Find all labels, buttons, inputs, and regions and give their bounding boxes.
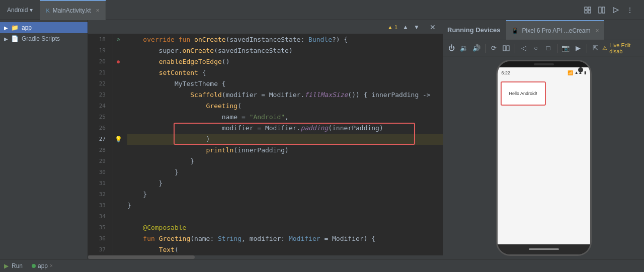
code-line-30: } bbox=[127, 167, 443, 178]
chevron-icon-gradle: ▶ bbox=[4, 36, 8, 42]
svg-rect-7 bbox=[507, 46, 509, 51]
svg-rect-4 bbox=[599, 7, 601, 13]
ln-32: 32 bbox=[88, 189, 109, 200]
nav-down-btn[interactable]: ▼ bbox=[412, 22, 422, 32]
separator-2 bbox=[515, 44, 515, 53]
sidebar-item-gradle[interactable]: ▶ 📄 Gradle Scripts bbox=[0, 33, 88, 44]
code-area[interactable]: 18 19 20 21 22 23 24 25 26 27 28 29 30 3… bbox=[88, 34, 443, 255]
ln-28: 28 bbox=[88, 145, 109, 156]
code-line-24: Greeting( bbox=[127, 101, 443, 112]
nav-up-btn[interactable]: ▲ bbox=[400, 22, 411, 32]
more-icon: ⋮ bbox=[626, 6, 633, 14]
code-scrollbar[interactable] bbox=[88, 255, 443, 259]
run-label: Run bbox=[12, 262, 23, 269]
screenshot-btn[interactable]: 📷 bbox=[560, 42, 571, 54]
ln-20: 20 bbox=[88, 56, 109, 67]
gutter-29 bbox=[113, 156, 123, 167]
gutter-36 bbox=[113, 233, 123, 244]
warning-icon: ▲ bbox=[387, 24, 393, 30]
ln-18: 18 bbox=[88, 34, 109, 45]
gutter-21 bbox=[113, 67, 123, 78]
code-line-36: fun Greeting(name: String, modifier: Mod… bbox=[127, 233, 443, 244]
close-search-btn[interactable]: ✕ bbox=[427, 21, 439, 33]
rotate-btn[interactable]: ⟳ bbox=[489, 42, 500, 54]
live-edit-warning: ⚠ Live Edit disab bbox=[602, 42, 641, 54]
separator-1 bbox=[485, 44, 486, 53]
run-tab[interactable]: ▶ Run bbox=[4, 262, 23, 269]
project-sidebar: ▶ 📁 app ▶ 📄 Gradle Scripts bbox=[0, 20, 88, 259]
phone-frame: 6:22 📶 ▲▲ ▮ Hello Android! bbox=[496, 60, 592, 256]
app-tab[interactable]: app × bbox=[29, 261, 56, 270]
more-options-btn[interactable]: ⋮ bbox=[624, 4, 636, 16]
app-label: app bbox=[38, 262, 48, 269]
home-btn[interactable]: ○ bbox=[530, 42, 541, 54]
running-devices-title: Running Devices bbox=[447, 26, 500, 34]
device-tab-icon: 📱 bbox=[511, 27, 519, 34]
overview-btn[interactable]: □ bbox=[543, 42, 554, 54]
dropdown-chevron: ▾ bbox=[30, 7, 33, 14]
volume-down-btn[interactable]: 🔉 bbox=[459, 42, 470, 54]
phone-screen: Hello Android! bbox=[498, 78, 590, 244]
gutter-28 bbox=[113, 145, 123, 156]
code-line-26: modifier = Modifier.padding(innerPadding… bbox=[127, 123, 443, 134]
sidebar-item-app-label: app bbox=[22, 24, 32, 31]
sidebar-item-gradle-label: Gradle Scripts bbox=[22, 35, 60, 42]
svg-rect-0 bbox=[585, 7, 587, 10]
back-btn[interactable]: ◁ bbox=[518, 42, 529, 54]
gutter-33 bbox=[113, 200, 123, 211]
fold-btn[interactable] bbox=[501, 42, 512, 54]
layout-icon-btn[interactable] bbox=[582, 4, 594, 16]
gutter-31 bbox=[113, 178, 123, 189]
phone-nav-bar bbox=[498, 244, 590, 254]
gutter-37 bbox=[113, 244, 123, 255]
file-tab-close[interactable]: × bbox=[96, 7, 100, 14]
android-label: Android bbox=[7, 7, 28, 14]
gutter-22 bbox=[113, 78, 123, 89]
folder-icon: 📁 bbox=[11, 24, 19, 31]
file-tab-mainactivity[interactable]: K MainActivity.kt × bbox=[40, 0, 106, 20]
extend-btn[interactable]: ⇱ bbox=[590, 42, 601, 54]
code-line-31: } bbox=[127, 178, 443, 189]
gutter-24 bbox=[113, 101, 123, 112]
panel-header: Running Devices 📱 Pixel 6 Pro API ...eCr… bbox=[443, 20, 644, 40]
live-edit-label: Live Edit disab bbox=[609, 42, 641, 54]
phone-time: 6:22 bbox=[502, 70, 511, 75]
volume-up-btn[interactable]: 🔊 bbox=[471, 42, 482, 54]
svg-rect-5 bbox=[602, 7, 605, 13]
sidebar-item-app[interactable]: ▶ 📁 app bbox=[0, 22, 88, 33]
app-close-btn[interactable]: × bbox=[50, 263, 53, 268]
status-bar: ▶ Run app × bbox=[0, 259, 644, 272]
ln-27: 27 bbox=[88, 134, 109, 145]
code-content[interactable]: override fun onCreate(savedInstanceState… bbox=[123, 34, 443, 255]
forward-btn[interactable]: ▶ bbox=[573, 42, 584, 54]
code-line-25: name = "Android", bbox=[127, 112, 443, 123]
ln-30: 30 bbox=[88, 167, 109, 178]
gutter-35 bbox=[113, 222, 123, 233]
battery-icon: ▮ bbox=[584, 70, 586, 75]
device-tab-pixel6[interactable]: 📱 Pixel 6 Pro API ...eCream × bbox=[506, 20, 604, 40]
power-btn[interactable]: ⏻ bbox=[446, 42, 457, 54]
signal-icon: 📶 bbox=[568, 70, 573, 75]
top-bar: Android ▾ K MainActivity.kt × bbox=[0, 0, 644, 20]
green-dot bbox=[32, 264, 36, 268]
code-line-33: } bbox=[127, 200, 443, 211]
ln-24: 24 bbox=[88, 101, 109, 112]
code-line-32: } bbox=[127, 189, 443, 200]
device-tab-label: Pixel 6 Pro API ...eCream bbox=[522, 27, 590, 34]
ln-29: 29 bbox=[88, 156, 109, 167]
code-line-18: override fun onCreate(savedInstanceState… bbox=[127, 34, 443, 45]
warning-count: 1 bbox=[394, 24, 397, 30]
chevron-icon: ▶ bbox=[4, 25, 8, 31]
design-view-btn[interactable] bbox=[610, 4, 622, 16]
split-view-btn[interactable] bbox=[596, 4, 608, 16]
code-line-19: super.onCreate(savedInstanceState) bbox=[127, 45, 443, 56]
gutter: ⊙ ● 💡 bbox=[113, 34, 123, 255]
gutter-20: ● bbox=[113, 56, 123, 67]
code-line-23: Scaffold(modifier = Modifier.fillMaxSize… bbox=[127, 89, 443, 101]
device-tab-close[interactable]: × bbox=[596, 27, 599, 34]
code-line-20: enableEdgeToEdge() bbox=[127, 56, 443, 67]
editor-toolbar-icons: ⋮ bbox=[582, 4, 640, 16]
android-dropdown[interactable]: Android ▾ bbox=[4, 6, 36, 15]
separator-3 bbox=[557, 44, 557, 53]
ln-22: 22 bbox=[88, 78, 109, 89]
